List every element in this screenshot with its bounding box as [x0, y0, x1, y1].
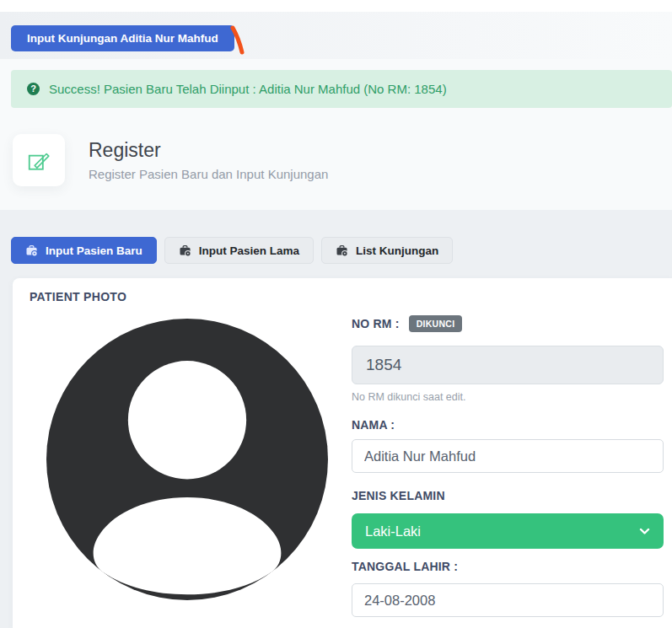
- page-title: Register: [89, 139, 161, 162]
- question-circle-icon: ?: [27, 83, 40, 95]
- jenis-kelamin-value: Laki-Laki: [365, 523, 421, 539]
- top-white-strip: [0, 0, 672, 12]
- tab-label: List Kunjungan: [356, 244, 438, 257]
- chevron-down-icon: [639, 528, 650, 535]
- edit-square-icon: [26, 148, 51, 173]
- success-alert: ? Success! Pasien Baru Telah Diinput : A…: [11, 70, 672, 108]
- tab-list-kunjungan[interactable]: List Kunjungan: [321, 237, 453, 264]
- annotation-mark: [228, 24, 250, 56]
- jenis-kelamin-select[interactable]: Laki-Laki: [352, 513, 664, 549]
- input-kunjungan-button[interactable]: Input Kunjungan Aditia Nur Mahfud: [11, 25, 234, 51]
- nama-input[interactable]: [352, 439, 664, 473]
- tab-input-pasien-baru[interactable]: Input Pasien Baru: [11, 237, 157, 264]
- register-tabs: Input Pasien Baru Input Pasien Lama List…: [11, 237, 453, 264]
- tanggal-lahir-input[interactable]: [352, 583, 664, 617]
- nama-label: NAMA :: [352, 418, 395, 432]
- jenis-kelamin-label: JENIS KELAMIN: [352, 489, 445, 502]
- register-page: Input Kunjungan Aditia Nur Mahfud ? Succ…: [0, 0, 672, 628]
- patient-photo-label: PATIENT PHOTO: [30, 290, 126, 303]
- register-icon-card: [13, 134, 65, 186]
- no-rm-input[interactable]: [352, 346, 664, 384]
- briefcase-icon: [336, 244, 348, 257]
- tab-label: Input Pasien Baru: [46, 244, 142, 257]
- user-circle-icon[interactable]: [46, 319, 328, 600]
- no-rm-label-row: NO RM : DIKUNCI: [352, 315, 462, 332]
- tab-input-pasien-lama[interactable]: Input Pasien Lama: [164, 237, 314, 264]
- briefcase-icon: [25, 244, 38, 257]
- tab-label: Input Pasien Lama: [199, 244, 299, 257]
- no-rm-helper: No RM dikunci saat edit.: [352, 391, 465, 403]
- patient-form-card: PATIENT PHOTO NO RM : DIKUNCI No RM diku…: [13, 278, 672, 628]
- alert-message: Success! Pasien Baru Telah Diinput : Adi…: [49, 82, 447, 96]
- page-subtitle: Register Pasien Baru dan Input Kunjungan: [89, 167, 328, 181]
- no-rm-label: NO RM :: [352, 317, 400, 330]
- dikunci-badge: DIKUNCI: [409, 315, 463, 332]
- tanggal-lahir-label: TANGGAL LAHIR :: [352, 560, 458, 573]
- briefcase-icon: [179, 244, 191, 257]
